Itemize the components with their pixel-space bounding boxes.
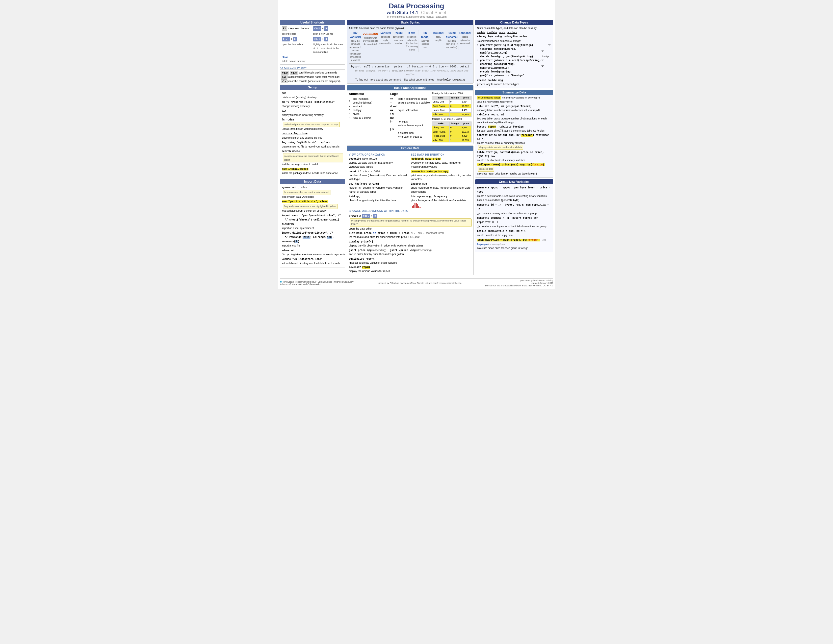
help-cmd: help command [443,78,465,82]
setup-cd: cd "C:\Program Files (x86)\Stata13"chang… [282,100,343,108]
hist-bar-7 [420,207,421,208]
hist-bar-6 [418,206,419,208]
help-note: To find out more about any command – lik… [349,77,471,82]
summarize-header: Summarize Data [475,90,553,95]
key-ctrl-d1: Ctrl [313,37,321,42]
explore-section: Explore Data View Data Organization desc… [347,145,474,275]
syntax-weight: [weight] apply weights [432,31,445,42]
explore-left-col: View Data Organization describe make pri… [349,152,409,208]
explore-cols: View Data Organization describe make pri… [349,152,471,208]
hist-bar-5 [417,204,418,208]
hist-bar-3 [415,203,415,208]
tabulate1: tabulate rep78, mi gen(repairRecord) one… [477,104,551,112]
footer: 🐦 Tim Essam (tessam@usaid.gov) • Laura H… [280,278,553,287]
shortcut-editor: open the data editor [282,42,312,54]
convert-row3: decode foreign , gen(foreignString) "for… [477,55,551,59]
key-8: 8 [293,37,297,42]
view-org-header: View Data Organization [349,153,409,156]
import-delimited: import delimited"yourFile.csv", /* */ ro… [282,231,343,248]
logic-not: ! or ~ not [390,112,429,120]
arith-sub: –subtract [349,105,372,108]
explore-header: Explore Data [347,146,473,151]
shortcut-describe: describe data [282,32,312,35]
hist-bar-2 [413,205,414,208]
arithmetic-title: Arithmetic [349,92,389,96]
table2-row4: Volvo 260111,995 [432,138,471,142]
create-vars-section: Create New Variables generate mpgSq = mp… [475,179,553,252]
logic-eq: ==equal < less than [390,108,429,112]
arith-pow: ^raise to a power [349,116,372,120]
command-prompt-body: PgUp PgDn scroll through previous comman… [280,70,345,84]
bysort-tabulate: bysort rep78: tabulate foreign for each … [477,125,551,133]
arith-div: /divide [349,112,372,116]
syntax-command: command function: what are you going to … [362,31,379,47]
syntax-if: [if exp] condition: only apply the funct… [405,31,419,52]
setup-body: pwdprint current (working) directory cd … [280,90,345,177]
logic-and: & and [390,105,429,108]
import-annotation: for many examples, we use the auto datas… [283,190,330,195]
change-types-section: Change Data Types Stata has 6 data types… [475,20,553,88]
right-column: Change Data Types Stata has 6 data types… [475,20,553,254]
gen-mpgsq: generate mpgSq = mpg^2 gen byte lowPr = … [477,186,551,202]
collapse-cmd: collapse (mean) price (max) mpg, by(fore… [477,163,551,175]
browse-section: Browse Observations within the Data brow… [349,209,471,273]
table1-row4: Volvo 260111,995 [432,113,471,117]
table2-row2: Buick Rivera010,372 [432,130,471,134]
hist-bar-1 [412,206,413,208]
convert-row6: encode foreignString, gen(foreignNumeric… [477,70,551,77]
middle-column: Basic Syntax All Stata functions have th… [347,20,474,277]
page-title: Data Processing [280,2,553,10]
include-missing: include missing values [477,96,501,100]
change-types-body: Stata has 6 data types, and data can als… [475,25,553,88]
arithmetic-col: Arithmetic +add (numbers)combine (string… [349,92,389,142]
updated-text: updated January 2016 [531,282,553,284]
shortcuts-header: Useful Shortcuts [280,20,345,25]
histogram-chart [412,202,421,208]
replaces-annotation: replaces data [478,167,494,172]
basic-syntax-body: All Stata functions have the same format… [347,25,473,83]
key-pgdn: PgDn [290,71,298,74]
key-8-browse: 8 [373,214,377,218]
gen-totrows: generate totRows = _N bysort rep78: gen … [477,216,551,229]
logic-col: Logic ==tests if something is equal =ass… [390,92,430,142]
arith-mul: *multiply [349,108,372,112]
explore-histogram: histogram mpg, frequency plot a histogra… [411,195,471,208]
syntax-intro: All Stata functions have the same format… [349,26,471,30]
inspired-text: inspired by RStudio's awesome Cheat Shee… [378,282,462,284]
disclaimer-text: Disclaimer: we are not affiliated with S… [485,284,542,287]
levelsof-cmd: levelsof rep78display the unique values … [349,265,471,273]
logic-assign: =assigns a value to a variable [390,101,429,105]
arith-add: +add (numbers)combine (strings) [349,97,372,105]
logic-or: | or [390,127,429,131]
value-note: value in a new variable, repairRecord [477,100,551,103]
summarize-options: include missing values create binary var… [477,96,551,100]
syntax-options: [,options] special options for command [458,31,471,45]
shortcut-f2: F2 – keyboard buttons [282,26,312,31]
key-d: D [324,37,328,42]
cmd-pgup: PgUp PgDn scroll through previous comman… [281,71,344,74]
logic-lte: <= less than or equal to [390,124,429,127]
tabstat: tabstat price weight mpg, by(foreign) st… [477,133,551,150]
import-body: sysuse auto, clear for many examples, we… [280,184,345,267]
page-header: Data Processing with Stata 14.1 Cheat Sh… [280,2,553,18]
tab-desc: autocompletes variable name after typing… [288,76,339,78]
example-note: In this example, we want a detailed summ… [355,69,468,76]
import-sysuse: sysuse auto, clear for many examples, we… [282,185,343,199]
arithmetic-table: +add (numbers)combine (strings) –subtrac… [349,97,372,120]
create-vars-header: Create New Variables [475,179,553,184]
summarize-section: Summarize Data include missing values cr… [475,90,553,177]
table2-condition: if foreign != 1 | price >= 10000 [432,118,471,121]
table-flexible: table foreign, contents(mean price sd pr… [477,150,551,162]
logic-title: Logic [390,92,430,96]
basic-syntax-section: Basic Syntax All Stata functions have th… [347,20,474,84]
hist-bar-4 [416,203,417,208]
cmd-cls: cls clear the console (where results are… [281,79,344,83]
convert-intro: To convert between numbers & strings: [477,39,551,43]
basic-ops-body: Arithmetic +add (numbers)combine (string… [347,90,473,144]
egen-cmd: egen meanPrice = mean(price), by(foreign… [477,238,551,250]
basic-ops-section: Basic Data Operations Arithmetic +add (n… [347,85,474,144]
import-webuse: webuse "wb_indicators_long" set web-base… [282,257,343,266]
basic-ops-cols: Arithmetic +add (numbers)combine (string… [349,92,471,142]
syntax-using: [using filename] pull data from a file (… [445,31,459,50]
duplicates-cmd: duplicates reportfinds all duplicate val… [349,257,471,265]
